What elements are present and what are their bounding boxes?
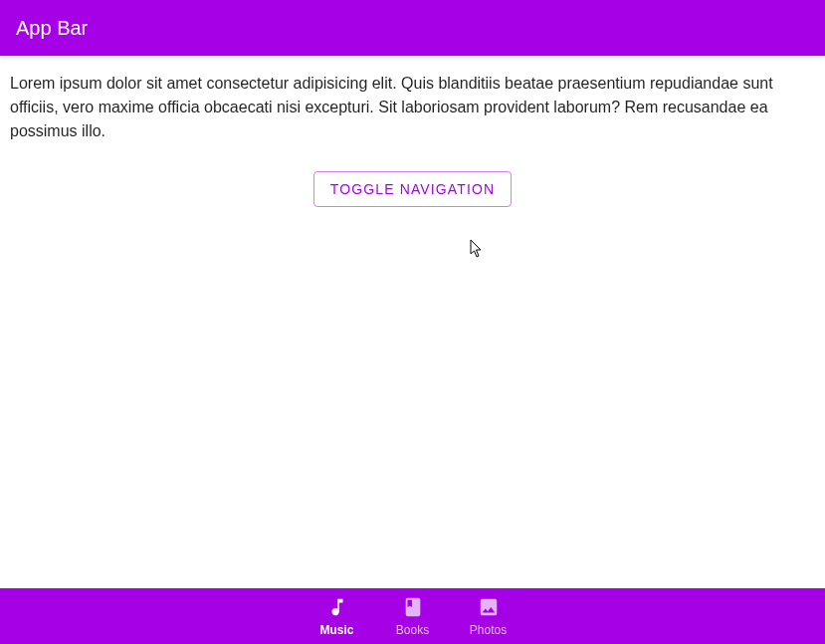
music-note-icon (326, 596, 348, 622)
nav-item-music[interactable]: Music (300, 588, 375, 644)
body-text: Lorem ipsum dolor sit amet consectetur a… (10, 72, 815, 143)
app-bar: App Bar (0, 0, 825, 56)
app-bar-title: App Bar (16, 17, 88, 40)
mouse-cursor (470, 239, 486, 263)
main-content: Lorem ipsum dolor sit amet consectetur a… (0, 56, 825, 207)
book-icon (402, 596, 424, 622)
nav-item-label: Books (396, 624, 429, 636)
nav-item-books[interactable]: Books (375, 588, 451, 644)
nav-item-photos[interactable]: Photos (451, 588, 526, 644)
nav-item-label: Music (319, 624, 353, 636)
image-icon (478, 596, 500, 622)
nav-item-label: Photos (470, 624, 507, 636)
bottom-navigation: Music Books Photos (0, 588, 825, 644)
toggle-row: Toggle Navigation (10, 171, 815, 207)
toggle-navigation-button[interactable]: Toggle Navigation (313, 171, 512, 207)
